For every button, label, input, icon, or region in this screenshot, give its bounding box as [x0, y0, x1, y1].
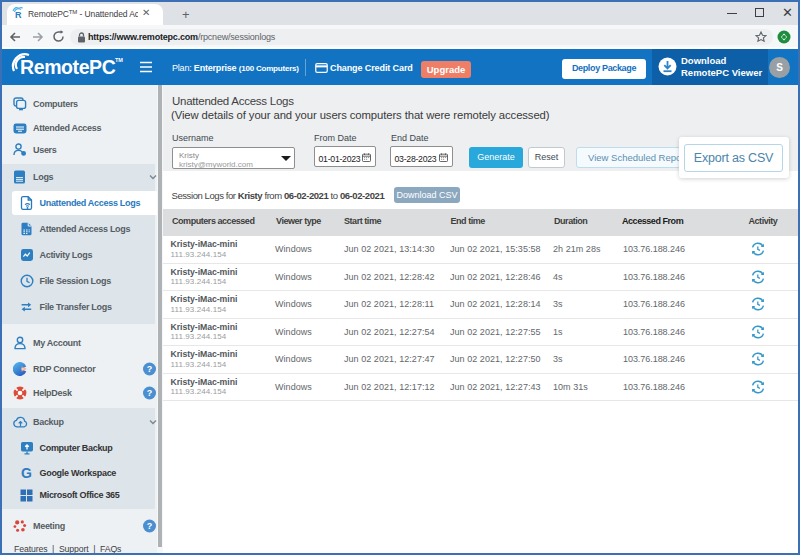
svg-text:G: G — [21, 465, 32, 480]
svg-text:R: R — [15, 10, 22, 19]
